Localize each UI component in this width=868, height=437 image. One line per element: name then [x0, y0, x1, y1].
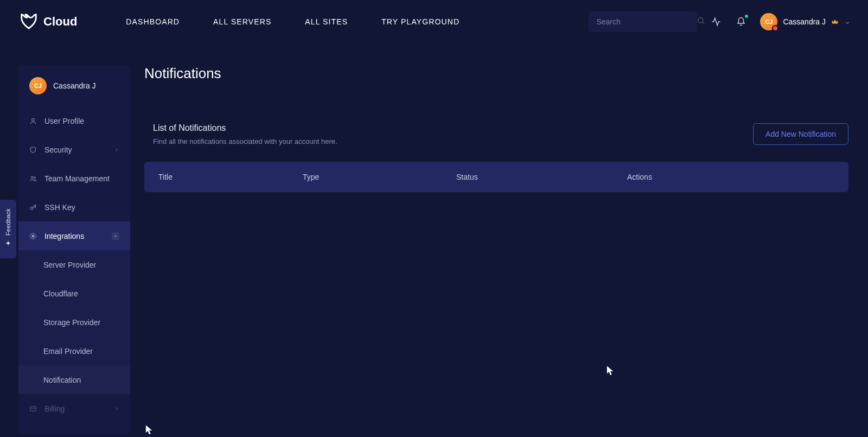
avatar-initials: CJ: [34, 83, 42, 89]
svg-point-3: [31, 176, 34, 178]
sidebar-sub-server-provider[interactable]: Server Provider: [18, 250, 130, 279]
brand-logo[interactable]: Cloud: [18, 11, 77, 32]
sidebar-item-label: Team Management: [44, 174, 119, 183]
nav-playground[interactable]: TRY PLAYGROUND: [381, 17, 459, 26]
chevron-right-icon: [114, 145, 119, 154]
sidebar-item-security[interactable]: Security: [18, 135, 130, 164]
user-name: Cassandra J: [783, 17, 826, 26]
sidebar-item-user-profile[interactable]: User Profile: [18, 106, 130, 135]
search-icon: [697, 16, 705, 27]
key-icon: [29, 204, 37, 211]
avatar: CJ: [29, 77, 47, 94]
nav-servers[interactable]: ALL SERVERS: [213, 17, 271, 26]
sidebar-item-ssh[interactable]: SSH Key: [18, 193, 130, 221]
sidebar-item-label: User Profile: [44, 117, 119, 125]
sidebar-item-team[interactable]: Team Management: [18, 164, 130, 193]
sparkle-icon: [4, 240, 12, 250]
col-type: Type: [303, 173, 456, 181]
user-icon: [29, 117, 37, 125]
sidebar-item-integrations[interactable]: Integrations: [18, 221, 130, 250]
sidebar-item-billing[interactable]: Billing: [18, 394, 130, 423]
sidebar-item-label: Billing: [44, 404, 106, 413]
sidebar-user-name: Cassandra J: [53, 81, 96, 90]
svg-point-2: [32, 118, 35, 121]
svg-rect-7: [30, 406, 36, 410]
team-icon: [29, 175, 37, 182]
notifications-indicator: [745, 15, 748, 18]
main-content: Notifications List of Notifications Find…: [130, 65, 848, 434]
sidebar-item-label: SSH Key: [44, 203, 119, 212]
nav-dashboard[interactable]: DASHBOARD: [126, 17, 180, 26]
shield-icon: [29, 146, 37, 154]
user-menu[interactable]: CJ Cassandra J: [760, 13, 851, 30]
sidebar-sub-label: Storage Provider: [43, 318, 100, 327]
svg-line-1: [703, 22, 704, 24]
svg-point-5: [30, 207, 33, 210]
sidebar-sub-label: Cloudflare: [43, 289, 78, 298]
col-actions: Actions: [627, 173, 834, 181]
table-header: Title Type Status Actions: [144, 162, 848, 192]
logo-icon: [18, 11, 39, 32]
crown-icon: [831, 18, 839, 26]
section-title: List of Notifications: [153, 123, 337, 133]
sidebar-item-label: Integrations: [44, 232, 104, 240]
search-field[interactable]: [589, 11, 697, 32]
sidebar: CJ Cassandra J User Profile Security Tea…: [18, 65, 130, 434]
sidebar-sub-storage-provider[interactable]: Storage Provider: [18, 308, 130, 337]
chevron-right-icon: [114, 404, 119, 413]
avatar-badge: [772, 25, 778, 31]
page-title: Notifications: [144, 65, 848, 82]
sidebar-sub-label: Notification: [43, 376, 81, 384]
nav-sites[interactable]: ALL SITES: [305, 17, 348, 26]
col-status: Status: [456, 173, 627, 181]
sidebar-sub-email-provider[interactable]: Email Provider: [18, 337, 130, 365]
add-notification-button[interactable]: Add New Notification: [753, 123, 848, 145]
chevron-up-icon: [112, 232, 119, 240]
activity-icon[interactable]: [710, 16, 722, 28]
col-title: Title: [158, 173, 303, 181]
billing-icon: [29, 405, 37, 413]
notifications-icon[interactable]: [735, 16, 747, 28]
avatar: CJ: [760, 13, 777, 30]
main-nav: DASHBOARD ALL SERVERS ALL SITES TRY PLAY…: [126, 17, 459, 26]
brand-name: Cloud: [43, 15, 77, 29]
sidebar-sub-notification[interactable]: Notification: [18, 365, 130, 394]
section-desc: Find all the notifications associated wi…: [153, 137, 337, 145]
feedback-tab[interactable]: Feedback: [0, 200, 16, 258]
svg-point-6: [32, 235, 34, 237]
search-input[interactable]: [596, 17, 691, 26]
sidebar-sub-label: Email Provider: [43, 347, 93, 356]
svg-point-0: [698, 18, 703, 23]
avatar-initials: CJ: [765, 18, 773, 25]
feedback-label: Feedback: [5, 208, 11, 236]
chevron-down-icon: [844, 18, 851, 25]
integrations-submenu: Server Provider Cloudflare Storage Provi…: [18, 250, 130, 394]
sidebar-sub-cloudflare[interactable]: Cloudflare: [18, 279, 130, 308]
sidebar-user[interactable]: CJ Cassandra J: [18, 65, 130, 106]
sidebar-sub-label: Server Provider: [43, 261, 96, 269]
sidebar-item-label: Security: [44, 145, 106, 154]
gear-icon: [29, 232, 37, 240]
svg-point-4: [34, 176, 35, 178]
